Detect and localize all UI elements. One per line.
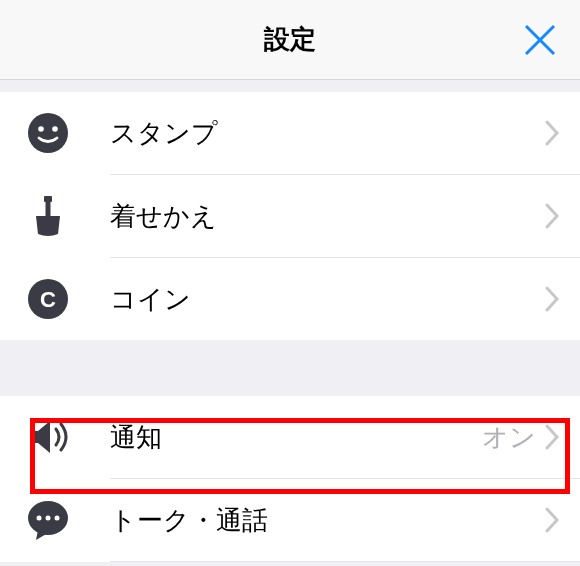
section-general: 通知 オン トーク・通話 [0, 396, 580, 562]
close-button[interactable] [520, 20, 560, 60]
svg-point-3 [38, 126, 44, 132]
svg-text:C: C [40, 287, 56, 312]
chevron-right-icon [544, 202, 560, 230]
brush-icon [26, 194, 70, 238]
page-title: 設定 [264, 22, 316, 57]
chevron-right-icon [544, 119, 560, 147]
row-label: 着せかえ [110, 199, 544, 234]
chat-icon [26, 498, 70, 542]
row-notifications[interactable]: 通知 オン [0, 396, 580, 478]
coin-icon: C [26, 277, 70, 321]
row-label: スタンプ [110, 116, 544, 151]
row-coins[interactable]: C コイン [0, 258, 580, 340]
chevron-right-icon [544, 285, 560, 313]
speaker-icon [26, 415, 70, 459]
section-gap [0, 80, 580, 92]
section-shop: スタンプ 着せかえ C コイン [0, 92, 580, 340]
svg-point-12 [55, 516, 60, 521]
row-label: コイン [110, 282, 544, 317]
row-stamps[interactable]: スタンプ [0, 92, 580, 174]
chevron-right-icon [544, 423, 560, 451]
close-icon [520, 20, 560, 60]
row-value: オン [482, 420, 536, 455]
chevron-right-icon [544, 506, 560, 534]
section-gap [0, 340, 580, 396]
svg-point-2 [28, 113, 68, 153]
smiley-icon [26, 111, 70, 155]
header: 設定 [0, 0, 580, 80]
row-label: トーク・通話 [110, 503, 544, 538]
svg-point-4 [52, 126, 58, 132]
svg-rect-6 [46, 202, 51, 216]
svg-rect-5 [44, 196, 52, 202]
row-talk-calls[interactable]: トーク・通話 [0, 479, 580, 561]
svg-point-11 [46, 516, 51, 521]
row-label: 通知 [110, 420, 482, 455]
row-themes[interactable]: 着せかえ [0, 175, 580, 257]
svg-point-10 [37, 516, 42, 521]
